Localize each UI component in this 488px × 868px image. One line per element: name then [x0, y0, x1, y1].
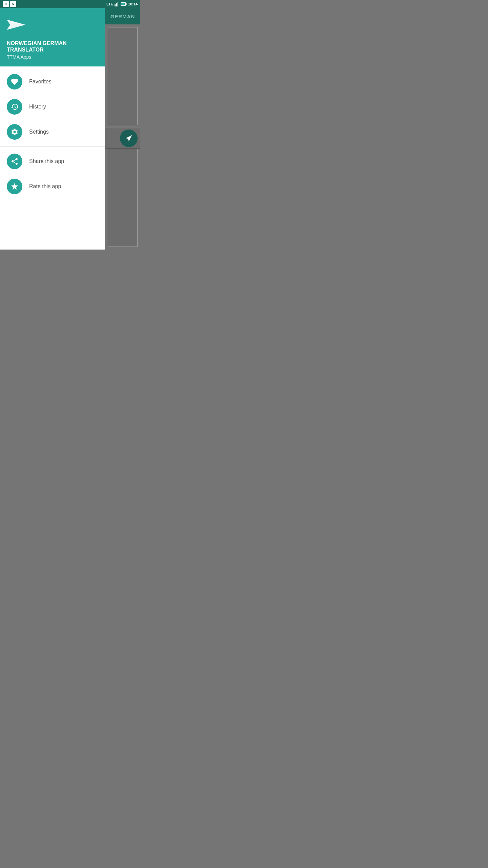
nav-item-share[interactable]: Share this app — [0, 149, 105, 174]
share-icon-circle — [7, 154, 22, 169]
translate-button[interactable] — [120, 130, 138, 147]
battery-icon — [121, 2, 127, 6]
nav-item-rate[interactable]: Rate this app — [0, 174, 105, 199]
translate-output-area — [108, 149, 138, 247]
content-body — [105, 24, 140, 250]
content-header: GERMAN — [105, 8, 140, 24]
send-icon — [125, 135, 133, 142]
nav-divider — [0, 146, 105, 147]
rate-label: Rate this app — [29, 183, 61, 190]
rate-icon-circle — [7, 179, 22, 194]
drawer-header: NORWEGIAN GERMAN TRANSLATOR TTMA Apps — [0, 8, 105, 66]
heart-icon — [11, 78, 19, 86]
nav-item-settings[interactable]: Settings — [0, 119, 105, 144]
clock-icon — [11, 103, 19, 111]
signal-icon — [115, 2, 119, 6]
translate-input-area[interactable] — [108, 27, 138, 125]
translate-action-row — [105, 128, 140, 149]
language-title: GERMAN — [110, 14, 135, 19]
status-bar: N N LTE 10:14 — [0, 0, 140, 8]
status-bar-left: N N — [3, 1, 16, 7]
lte-indicator: LTE — [106, 2, 113, 6]
favorites-label: Favorites — [29, 79, 52, 85]
main-content: GERMAN — [105, 8, 140, 250]
time-display: 10:14 — [128, 2, 138, 6]
nav-item-history[interactable]: History — [0, 94, 105, 119]
history-icon-circle — [7, 99, 22, 115]
svg-marker-9 — [126, 135, 132, 141]
app-title: NORWEGIAN GERMAN TRANSLATOR — [7, 40, 98, 53]
share-label: Share this app — [29, 158, 64, 164]
gear-icon — [11, 128, 19, 136]
settings-icon-circle — [7, 124, 22, 140]
history-label: History — [29, 104, 46, 110]
paper-plane-logo — [7, 16, 27, 33]
app-subtitle: TTMA Apps — [7, 54, 98, 60]
svg-rect-1 — [116, 3, 117, 6]
nougat-logo-1: N — [3, 1, 9, 7]
favorites-icon-circle — [7, 74, 22, 90]
svg-marker-7 — [7, 20, 25, 30]
drawer: NORWEGIAN GERMAN TRANSLATOR TTMA Apps Fa… — [0, 8, 105, 250]
svg-rect-5 — [126, 3, 126, 5]
app-logo — [7, 16, 98, 35]
svg-rect-3 — [119, 2, 119, 6]
svg-rect-0 — [115, 4, 116, 6]
status-bar-right: LTE 10:14 — [106, 2, 138, 6]
settings-label: Settings — [29, 129, 49, 135]
share-icon — [11, 157, 19, 165]
nougat-logo-2: N — [10, 1, 16, 7]
svg-rect-2 — [117, 2, 118, 6]
main-layout: NORWEGIAN GERMAN TRANSLATOR TTMA Apps Fa… — [0, 8, 140, 250]
star-icon — [11, 182, 19, 191]
nav-items: Favorites History Settings — [0, 66, 105, 250]
nav-item-favorites[interactable]: Favorites — [0, 69, 105, 94]
